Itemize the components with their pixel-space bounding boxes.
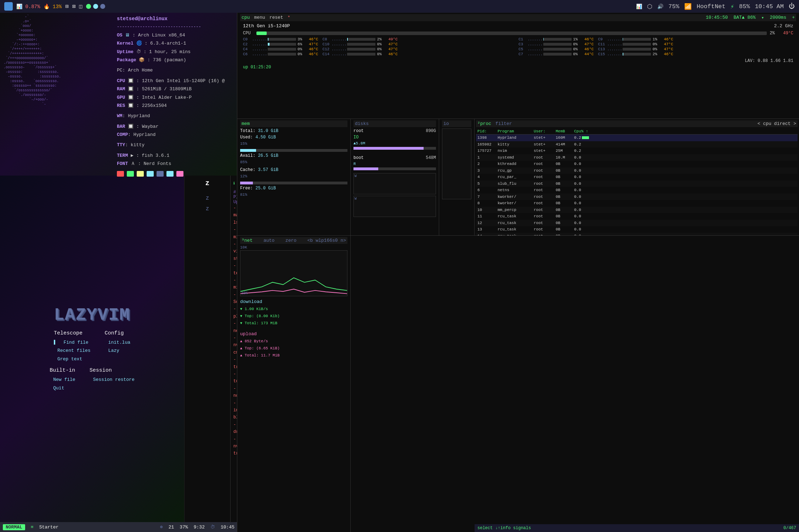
plugin-mini-comme: - mini.comme (233, 226, 234, 241)
find-file-item[interactable]: ▌ Find file (54, 338, 91, 347)
power-button[interactable]: ⏻ (789, 3, 795, 10)
net-label[interactable]: ³net (242, 238, 253, 243)
proc-row-12[interactable]: 12rcu_taskroot0B0.0 (476, 220, 798, 227)
zero-label[interactable]: zero (285, 238, 296, 243)
plugin-schemastore: - SchemaStore (233, 291, 234, 306)
proc-row-14[interactable]: 14rcu_taskroot0B0.0 (476, 233, 798, 236)
plugin-nvim-trees: - nvim-trees (233, 436, 234, 457)
lazyvim-menus: Telescope ▌ Find file Recent files Grep … (54, 330, 130, 363)
pc-label: PC: Arch Home (117, 66, 225, 74)
z-title: z (205, 179, 209, 187)
plugin-neoconf: - neoconf.nv (233, 320, 234, 334)
reset-tab[interactable]: reset (270, 15, 283, 21)
config-title: Config (105, 330, 130, 336)
cpu-tab[interactable]: cpu (242, 15, 250, 21)
color-palette (117, 171, 225, 177)
mem-cache-bar (240, 182, 347, 184)
topbar-left: 📊 0.87% 🔥 13% ⊞ ⊠ ◫ (4, 2, 105, 11)
proc-row-6[interactable]: 6netnsroot0B0.0 (476, 187, 798, 194)
mem-label[interactable]: mem (242, 121, 250, 126)
topbar-icon1: ⊞ (65, 3, 69, 10)
topbar-icon3: ◫ (79, 3, 83, 10)
color-blue (147, 171, 154, 177)
new-file-item[interactable]: New file (50, 376, 75, 384)
proc-header-left: ²proc filter (477, 121, 512, 126)
disk-root-io: IO (353, 135, 436, 140)
proc-row-4[interactable]: 4rcu_par_root0B0.0 (476, 174, 798, 181)
header-pid: Pid: (477, 129, 497, 133)
menu-tab[interactable]: menu (254, 15, 265, 21)
net-stats: download ▼ 1.00 KiB/s ▼ Top: (8.00 Kib) … (240, 298, 347, 359)
disk-graph-w: W (353, 173, 436, 194)
download-speed: ▼ 1.00 KiB/s (240, 306, 347, 313)
mem-free: Free: 25.0 GiB (240, 186, 347, 191)
proc-row-7[interactable]: 7kworker/root0B0.0 (476, 194, 798, 200)
proc-row-11[interactable]: 11rcu_taskroot0B0.0 (476, 213, 798, 220)
core-c5: C5 ......... 0% 46°C C13 ......... 0% 47… (518, 47, 793, 51)
init-lua-item[interactable]: init.lua (105, 338, 130, 347)
proc-row-1398[interactable]: 1398 Hyprland stet+ 160M 0.2 (476, 135, 798, 141)
proc-row-165982[interactable]: 165982kittystet+414M0.2 (476, 141, 798, 148)
bar-row: BAR 🔲 : Waybar (117, 122, 225, 131)
filter-label[interactable]: filter (495, 121, 512, 126)
io-val: ▲5.8M (353, 141, 365, 145)
plugin-list: - mason-lspc - mini.comme - vim-startu -… (233, 205, 234, 457)
core-c1: C1 ......... 1% 46°C C9 ......... 1% 46°… (518, 37, 793, 41)
plugin-panel: ℹ la 10:45 # Plugin Upd - mason-lspc - m… (230, 176, 237, 522)
proc-row-5[interactable]: 5slub_fluroot0B0.0 (476, 181, 798, 187)
proc-row-175727[interactable]: 175727nvimstet+25M0.2 (476, 148, 798, 154)
proc-label[interactable]: ²proc (477, 121, 491, 126)
dot-2[interactable] (93, 4, 98, 9)
proc-row-1[interactable]: 1systemdroot10.M0.0 (476, 154, 798, 161)
cpu-refresh: 2000ms (770, 15, 786, 21)
disk-boot-r: R (353, 162, 436, 166)
grep-text-item[interactable]: Grep text (54, 355, 91, 363)
lazyvim-section: LAZYVIM Telescope ▌ Find file Recent fil… (0, 176, 237, 522)
bottom-right-empty (351, 236, 799, 532)
proc-row-10[interactable]: 10mm_percproot0B0.0 (476, 207, 798, 213)
plugin-plenary: - plenary.nv (233, 305, 234, 320)
proc-row-3[interactable]: 3rcu_gproot0B0.0 (476, 167, 798, 174)
disks-label[interactable]: disks (355, 121, 369, 126)
plugin-dressing: - dressing.n (233, 421, 234, 436)
lazy-item[interactable]: Lazy (105, 347, 130, 355)
bat-sep: ▾ (761, 15, 764, 21)
cpu-row: CPU 🔲 : 12th Gen Intel i5-1240P (16) @ (117, 77, 225, 85)
boot-r: R (353, 162, 356, 166)
status-starter: Starter (39, 525, 59, 530)
neofetch-user: stetsed@archlinux (117, 15, 225, 23)
plugin-header: ℹ la 10:45 (233, 178, 234, 188)
io-label: IO (353, 135, 358, 140)
battery-indicator: ⚡ (731, 3, 734, 10)
app-icon[interactable] (4, 2, 13, 11)
mem-free-pct: 81% (240, 192, 347, 197)
telescope-section: Telescope ▌ Find file Recent files Grep … (54, 330, 91, 363)
net-max-val: 10K (240, 245, 247, 250)
right-panel: cpu menu reset * 10:45:50 BAT▲ 86% ▾ 200… (237, 13, 799, 532)
disk-root-header: root 890G (353, 128, 436, 133)
plus-icon[interactable]: + (792, 15, 795, 21)
mem-used-pct: 15% (240, 141, 347, 146)
font-row: FONT Ａ : Nerd Fonts (117, 160, 225, 168)
battery-pct: 85% (739, 3, 750, 10)
dot-3[interactable] (100, 4, 105, 9)
proc-row-2[interactable]: 2kthreaddroot0B0.0 (476, 161, 798, 167)
proc-row-8[interactable]: 8kworker/root0B0.0 (476, 200, 798, 207)
prog-hyprland: Hyprland (498, 135, 533, 141)
mem-used-bar-fill (240, 149, 256, 152)
plugin-update-label: # Plugin Upd (233, 190, 234, 205)
pid-1398: 1398 (477, 135, 497, 141)
quit-item[interactable]: Quit (50, 384, 75, 392)
dl-speed-val: 1.00 KiB/s (245, 307, 268, 311)
builtin-session-menus: Built-in New file Quit Session Session r… (50, 367, 134, 392)
recent-files-item[interactable]: Recent files (54, 347, 91, 355)
lazyvim-logo-section: LAZYVIM Telescope ▌ Find file Recent fil… (0, 176, 184, 522)
color-cyan (166, 171, 174, 177)
proc-row-13[interactable]: 13rcu_taskroot0B0.0 (476, 226, 798, 233)
auto-label[interactable]: auto (264, 238, 274, 243)
dot-1[interactable] (86, 4, 91, 9)
cpu-direct-label[interactable]: < cpu direct > (758, 121, 796, 126)
io-label[interactable]: io (443, 121, 449, 126)
builtin-section: Built-in New file Quit (50, 367, 75, 392)
session-restore-item[interactable]: Session restore (90, 376, 135, 384)
